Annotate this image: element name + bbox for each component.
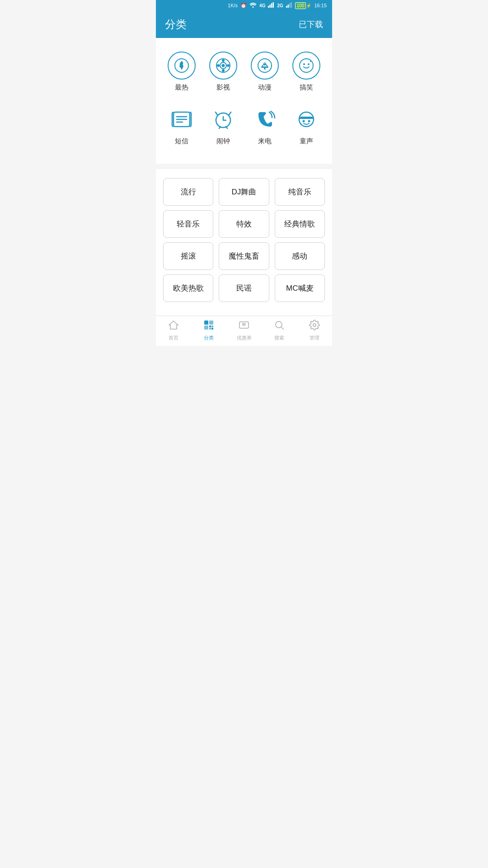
svg-rect-38 [204, 326, 208, 330]
call-label: 来电 [258, 137, 272, 146]
nav-category[interactable]: 分类 [191, 320, 226, 341]
main-content: 最热 影视 [156, 38, 332, 316]
category-folk[interactable]: 民谣 [219, 274, 269, 302]
network-speed: 1K/s [228, 3, 238, 8]
svg-rect-37 [209, 321, 213, 325]
category-fx[interactable]: 特效 [219, 210, 269, 238]
svg-point-14 [222, 70, 224, 71]
sms-icon [168, 105, 196, 133]
child-label: 童声 [300, 137, 313, 146]
category-child[interactable]: 童声 [288, 101, 325, 150]
svg-text:¥: ¥ [243, 323, 244, 326]
svg-point-34 [308, 120, 310, 123]
svg-rect-2 [270, 5, 271, 8]
category-touching[interactable]: 感动 [275, 242, 325, 270]
music-category-section: 流行 DJ舞曲 纯音乐 轻音乐 特效 经典情歌 摇滚 魔性鬼畜 感动 欧美热歌 … [163, 178, 325, 302]
svg-point-12 [222, 65, 225, 67]
phone-icon [251, 105, 279, 133]
nav-home[interactable]: 首页 [156, 320, 191, 341]
clock-display: 16:15 [314, 3, 327, 8]
category-icon [203, 320, 214, 333]
fire-icon [168, 52, 196, 80]
category-light[interactable]: 轻音乐 [163, 210, 213, 238]
svg-point-19 [264, 68, 266, 70]
film-icon [209, 52, 237, 80]
music-row-4: 欧美热歌 民谣 MC喊麦 [163, 274, 325, 302]
svg-point-33 [303, 120, 305, 123]
smile-icon [292, 52, 320, 80]
category-hot[interactable]: 最热 [163, 47, 200, 96]
category-anime[interactable]: 动漫 [246, 47, 283, 96]
svg-rect-1 [268, 6, 269, 8]
category-rock[interactable]: 摇滚 [163, 242, 213, 270]
svg-point-16 [227, 65, 229, 66]
alarm-status-icon: ⏰ [240, 3, 247, 9]
page-title: 分类 [165, 17, 187, 32]
category-funny[interactable]: 搞笑 [288, 47, 325, 96]
nav-coupon-label: 优惠券 [237, 335, 252, 341]
svg-point-24 [308, 63, 310, 65]
anime-label: 动漫 [258, 83, 272, 92]
manage-icon [309, 320, 320, 333]
category-alarm[interactable]: 闹钟 [205, 101, 242, 150]
svg-rect-40 [211, 326, 213, 327]
svg-line-48 [282, 327, 284, 330]
alarm-label: 闹钟 [216, 137, 230, 146]
svg-rect-5 [286, 6, 287, 8]
svg-rect-42 [211, 328, 213, 330]
svg-rect-36 [204, 321, 208, 325]
coupon-icon: ¥ [239, 320, 249, 333]
signal-2g-icon: 2G [277, 3, 283, 8]
svg-point-49 [313, 324, 316, 326]
svg-rect-7 [289, 3, 291, 8]
battery-icon: 100 ⚡ [295, 2, 312, 9]
svg-rect-32 [299, 118, 314, 119]
category-pure[interactable]: 纯音乐 [275, 178, 325, 206]
signal-bars-icon [268, 2, 274, 9]
svg-point-0 [253, 6, 254, 8]
nav-search-label: 搜索 [274, 335, 284, 341]
svg-rect-6 [287, 5, 289, 8]
category-classic[interactable]: 经典情歌 [275, 210, 325, 238]
section-divider [156, 164, 332, 169]
category-mc[interactable]: MC喊麦 [275, 274, 325, 302]
search-icon [274, 320, 285, 333]
nav-category-label: 分类 [204, 335, 214, 341]
nav-coupon[interactable]: ¥ 优惠券 [226, 320, 262, 341]
category-call[interactable]: 来电 [246, 101, 283, 150]
svg-rect-21 [264, 64, 265, 66]
icon-category-grid: 最热 影视 [163, 47, 325, 150]
category-western[interactable]: 欧美热歌 [163, 274, 213, 302]
alarm-icon [209, 105, 237, 133]
svg-rect-41 [209, 328, 211, 330]
category-popular[interactable]: 流行 [163, 178, 213, 206]
svg-marker-35 [169, 321, 178, 329]
downloaded-button[interactable]: 已下载 [299, 19, 323, 30]
nav-manage[interactable]: 管理 [297, 320, 332, 341]
svg-rect-3 [271, 3, 272, 8]
music-row-1: 流行 DJ舞曲 纯音乐 [163, 178, 325, 206]
category-magic[interactable]: 魔性鬼畜 [219, 242, 269, 270]
nav-manage-label: 管理 [310, 335, 319, 341]
svg-rect-18 [261, 66, 268, 68]
svg-rect-8 [291, 2, 292, 8]
nav-home-label: 首页 [169, 335, 178, 341]
anime-icon [251, 52, 279, 80]
header: 分类 已下载 [156, 11, 332, 38]
nav-search[interactable]: 搜索 [262, 320, 297, 341]
video-label: 影视 [216, 83, 230, 92]
category-dj[interactable]: DJ舞曲 [219, 178, 269, 206]
hot-label: 最热 [175, 83, 188, 92]
svg-rect-4 [273, 2, 274, 8]
category-video[interactable]: 影视 [205, 47, 242, 96]
signal-4g-icon: 4G [259, 3, 265, 8]
music-row-3: 摇滚 魔性鬼畜 感动 [163, 242, 325, 270]
music-row-2: 轻音乐 特效 经典情歌 [163, 210, 325, 238]
status-bar: 1K/s ⏰ 4G 2G 100 ⚡ 16:15 [156, 0, 332, 11]
sms-label: 短信 [175, 137, 188, 146]
category-sms[interactable]: 短信 [163, 101, 200, 150]
svg-point-13 [222, 60, 224, 61]
wifi-icon [249, 2, 257, 9]
svg-point-23 [303, 63, 305, 65]
svg-point-47 [276, 321, 282, 328]
